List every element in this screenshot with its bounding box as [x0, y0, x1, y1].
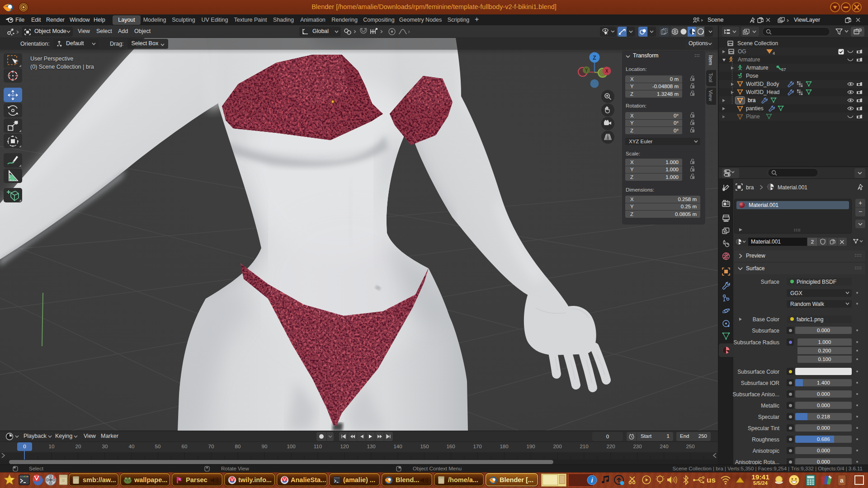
svg-text:X: X [605, 69, 609, 74]
svg-text:Z: Z [593, 55, 596, 61]
svg-text:4: 4 [773, 51, 775, 55]
svg-text:67: 67 [781, 67, 786, 71]
svg-text:Y: Y [585, 68, 588, 73]
svg-text:a: a [840, 477, 844, 484]
